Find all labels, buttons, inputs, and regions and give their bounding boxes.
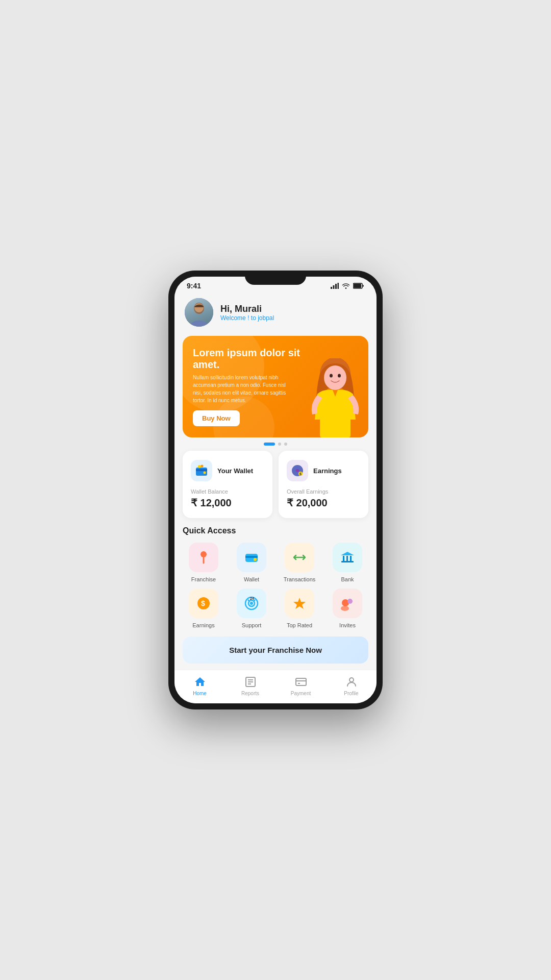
- bottom-nav: Home Reports: [174, 670, 377, 703]
- svg-point-11: [338, 374, 341, 378]
- bank-icon-wrap: [333, 543, 362, 572]
- wallet-card-header: Your Wallet: [191, 460, 264, 481]
- dot-1[interactable]: [264, 443, 275, 446]
- franchise-banner[interactable]: Start your Franchise Now: [183, 636, 368, 664]
- nav-reports[interactable]: Reports: [225, 675, 276, 696]
- nav-reports-label: Reports: [241, 691, 259, 696]
- signal-icon: [331, 283, 339, 289]
- svg-point-50: [349, 678, 354, 682]
- phone-screen: 9:41: [174, 277, 377, 703]
- banner-description: Nullam sollicitudin lorem volutpat nibh …: [193, 374, 292, 404]
- earnings-card[interactable]: $ Earnings Overall Earnings ₹ 20,000: [279, 451, 368, 518]
- earnings-quick-label: Earnings: [192, 622, 214, 628]
- quick-item-transactions[interactable]: Transactions: [279, 543, 320, 582]
- svg-text:$: $: [201, 599, 205, 607]
- battery-icon: [353, 283, 364, 289]
- bank-label: Bank: [341, 576, 354, 582]
- franchise-label: Franchise: [191, 576, 216, 582]
- quick-item-top-rated[interactable]: Top Rated: [279, 589, 320, 628]
- greeting-subtitle: Welcome ! to jobpal: [220, 314, 274, 322]
- promo-banner: Lorem ipsum dolor sit amet. Nullam solli…: [183, 336, 368, 437]
- header: Hi, Murali Welcome ! to jobpal: [174, 292, 377, 332]
- banner-person-illustration: [302, 358, 368, 437]
- transactions-label: Transactions: [284, 576, 316, 582]
- wallet-card-title: Your Wallet: [217, 467, 253, 475]
- greeting-text: Hi, Murali Welcome ! to jobpal: [220, 304, 274, 322]
- invites-label: Invites: [339, 622, 356, 628]
- svg-point-37: [250, 602, 253, 605]
- banner-title: Lorem ipsum dolor sit amet.: [193, 347, 300, 371]
- wallet-card[interactable]: Your Wallet Wallet Balance ₹ 12,000: [183, 451, 272, 518]
- earnings-label: Overall Earnings: [287, 488, 360, 495]
- svg-rect-47: [296, 678, 306, 685]
- svg-line-35: [248, 600, 249, 601]
- svg-point-42: [341, 606, 349, 611]
- wallet-icon-wrap: [237, 543, 266, 572]
- wallet-balance-label: Wallet Balance: [191, 488, 264, 495]
- status-icons: [331, 283, 364, 289]
- wallet-card-icon: [191, 460, 212, 481]
- nav-payment[interactable]: Payment: [276, 675, 326, 696]
- greeting-name: Hi, Murali: [220, 304, 274, 314]
- wallet-amount: ₹ 12,000: [191, 497, 264, 509]
- scroll-content: Hi, Murali Welcome ! to jobpal Lorem ips…: [174, 292, 377, 670]
- svg-point-25: [254, 558, 257, 561]
- svg-rect-12: [320, 417, 350, 437]
- svg-rect-1: [333, 285, 335, 289]
- franchise-banner-title: Start your Franchise Now: [192, 646, 359, 654]
- svg-point-41: [347, 599, 353, 604]
- quick-access-title: Quick Access: [174, 526, 377, 535]
- nav-profile[interactable]: Profile: [326, 675, 377, 696]
- top-rated-icon-wrap: [285, 589, 314, 618]
- quick-item-franchise[interactable]: Franchise: [183, 543, 224, 582]
- quick-item-support[interactable]: 24 Support: [231, 589, 272, 628]
- quick-access-grid: Franchise Wallet: [174, 543, 377, 628]
- nav-home-label: Home: [193, 691, 207, 696]
- nav-home[interactable]: Home: [174, 675, 225, 696]
- svg-rect-30: [341, 561, 354, 562]
- status-time: 9:41: [187, 282, 201, 290]
- earnings-card-header: $ Earnings: [287, 460, 360, 481]
- quick-item-wallet[interactable]: Wallet: [231, 543, 272, 582]
- dot-3[interactable]: [284, 443, 287, 446]
- svg-rect-0: [331, 287, 332, 289]
- quick-item-invites[interactable]: Invites: [327, 589, 368, 628]
- svg-rect-28: [346, 556, 348, 561]
- support-label: Support: [242, 622, 262, 628]
- svg-rect-24: [245, 556, 258, 558]
- profile-icon: [345, 675, 358, 689]
- home-icon: [193, 675, 207, 689]
- top-rated-label: Top Rated: [287, 622, 312, 628]
- svg-point-15: [204, 472, 206, 474]
- earnings-card-icon: $: [287, 460, 308, 481]
- quick-item-earnings[interactable]: $ Earnings: [183, 589, 224, 628]
- earnings-card-title: Earnings: [313, 467, 342, 475]
- svg-point-9: [324, 365, 346, 390]
- svg-point-21: [201, 551, 207, 557]
- wifi-icon: [342, 283, 350, 289]
- svg-rect-13: [196, 468, 207, 476]
- svg-rect-5: [354, 284, 361, 288]
- svg-point-16: [198, 465, 201, 468]
- svg-rect-3: [338, 283, 339, 289]
- earnings-amount: ₹ 20,000: [287, 497, 360, 509]
- avatar: [185, 298, 213, 327]
- svg-marker-39: [293, 598, 306, 609]
- earnings-icon-wrap: $: [189, 589, 218, 618]
- nav-profile-label: Profile: [344, 691, 358, 696]
- carousel-dots: [174, 443, 377, 446]
- support-icon-wrap: 24: [237, 589, 266, 618]
- phone-frame: 9:41: [168, 271, 383, 709]
- svg-point-10: [330, 374, 333, 378]
- quick-item-bank[interactable]: Bank: [327, 543, 368, 582]
- svg-rect-27: [343, 556, 344, 561]
- wallet-label: Wallet: [244, 576, 259, 582]
- transactions-icon-wrap: [285, 543, 314, 572]
- svg-rect-29: [350, 556, 352, 561]
- svg-text:24: 24: [250, 597, 254, 600]
- dot-2[interactable]: [278, 443, 281, 446]
- notch: [245, 271, 306, 285]
- franchise-icon-wrap: [189, 543, 218, 572]
- buy-now-button[interactable]: Buy Now: [193, 410, 240, 426]
- nav-payment-label: Payment: [291, 691, 311, 696]
